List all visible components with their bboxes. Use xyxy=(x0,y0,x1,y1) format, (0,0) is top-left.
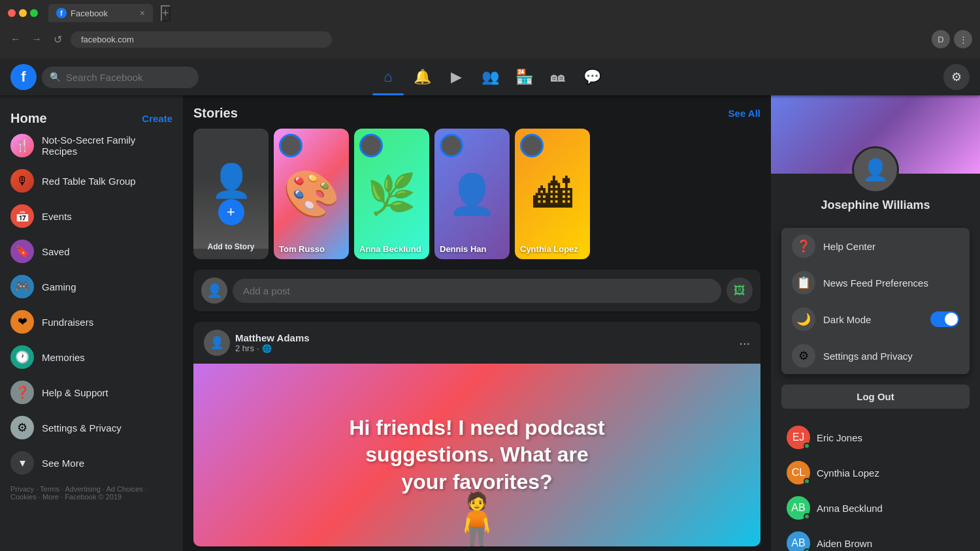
add-story-label: Add to Story xyxy=(193,242,269,251)
nav-friends-btn[interactable]: 👥 xyxy=(474,61,506,93)
sidebar-item-red-table[interactable]: 🎙 Red Table Talk Group xyxy=(5,164,178,198)
nav-notifications-btn[interactable]: 🔔 xyxy=(406,61,438,93)
settings-privacy-item[interactable]: ⚙ Settings and Privacy xyxy=(781,338,970,374)
help-center-label: Help Center xyxy=(823,241,875,252)
friend-item-anna[interactable]: AB Anna Becklund xyxy=(776,491,975,525)
post-author-info: Matthew Adams 2 hrs · 🌐 xyxy=(235,332,734,353)
nav-home-btn[interactable]: ⌂ xyxy=(372,61,404,93)
minimize-window-btn[interactable] xyxy=(19,9,27,17)
nav-messenger-btn[interactable]: 💬 xyxy=(576,61,608,93)
friend-name-aiden: Aiden Brown xyxy=(817,538,872,549)
logout-btn[interactable]: Log Out xyxy=(781,385,970,409)
help-icon: ❓ xyxy=(10,381,34,404)
gaming-icon: 🎮 xyxy=(10,275,34,298)
post-photo-btn[interactable]: 🖼 xyxy=(727,277,753,304)
dark-mode-label: Dark Mode xyxy=(823,314,871,325)
story-tom-name: Tom Russo xyxy=(279,244,344,254)
online-dot-aiden xyxy=(804,548,810,551)
online-dot-eric xyxy=(804,443,810,449)
refresh-btn[interactable]: ↺ xyxy=(50,31,65,47)
recipes-icon: 🍴 xyxy=(10,134,34,157)
profile-avatar[interactable]: 👤 xyxy=(852,146,899,193)
story-tom[interactable]: 🎨 Tom Russo xyxy=(274,129,349,259)
maximize-window-btn[interactable] xyxy=(30,9,38,17)
back-btn[interactable]: ← xyxy=(8,31,24,47)
menu-btn[interactable]: ⋮ xyxy=(954,30,972,48)
friend-item-eric[interactable]: EJ Eric Jones xyxy=(776,420,975,454)
friend-item-cynthia[interactable]: CL Cynthia Lopez xyxy=(776,456,975,490)
post-image-line1: Hi friends! I need podcast suggestions. … xyxy=(349,415,604,496)
nav-watch-btn[interactable]: ▶ xyxy=(440,61,472,93)
add-story-card[interactable]: 👤 + Add to Story xyxy=(193,129,269,259)
search-input[interactable] xyxy=(66,72,191,83)
friend-avatar-anna: AB xyxy=(787,496,810,520)
help-center-icon: ❓ xyxy=(792,234,815,258)
story-cynthia[interactable]: 🏙 Cynthia Lopez xyxy=(515,129,590,259)
post-input[interactable] xyxy=(233,279,721,303)
nav-center: ⌂ 🔔 ▶ 👥 🏪 🏘 💬 xyxy=(372,61,608,93)
dark-mode-item[interactable]: 🌙 Dark Mode xyxy=(781,301,970,338)
friend-avatar-aiden: AB xyxy=(787,531,810,551)
sidebar-help-label: Help & Support xyxy=(42,387,108,398)
new-tab-btn[interactable]: + xyxy=(161,5,171,22)
friend-item-aiden[interactable]: AB Aiden Brown xyxy=(776,526,975,551)
story-anna[interactable]: 🌿 Anna Becklund xyxy=(354,129,429,259)
close-window-btn[interactable] xyxy=(8,9,16,17)
stories-section: Stories See All 👤 + Add to Story xyxy=(193,106,760,259)
create-link[interactable]: Create xyxy=(142,113,172,124)
sidebar-settings-label: Settings & Privacy xyxy=(42,422,122,433)
help-center-item[interactable]: ❓ Help Center xyxy=(781,228,970,264)
dark-mode-toggle[interactable] xyxy=(930,311,959,327)
nav-marketplace-btn[interactable]: 🏪 xyxy=(508,61,540,93)
fb-logo[interactable]: f xyxy=(10,64,37,90)
audience-icon: 🌐 xyxy=(262,344,272,353)
post-more-btn[interactable]: ··· xyxy=(739,336,750,351)
sidebar-item-settings[interactable]: ⚙ Settings & Privacy xyxy=(5,411,178,445)
profile-btn[interactable]: D xyxy=(932,30,950,48)
post-user-avatar: 👤 xyxy=(201,277,227,304)
post-time: 2 hrs xyxy=(235,343,254,353)
sidebar-memories-label: Memories xyxy=(42,352,85,363)
sidebar-item-help[interactable]: ❓ Help & Support xyxy=(5,375,178,409)
see-all-stories-btn[interactable]: See All xyxy=(728,108,760,119)
tab-close-btn[interactable]: × xyxy=(140,8,145,18)
search-box[interactable]: 🔍 xyxy=(42,67,199,88)
sidebar-item-saved[interactable]: 🔖 Saved xyxy=(5,234,178,268)
settings-btn[interactable]: ⚙ xyxy=(943,64,970,90)
stories-row: 👤 + Add to Story 🎨 Tom Russo xyxy=(193,129,760,259)
sidebar-item-fundraisers[interactable]: ❤ Fundraisers xyxy=(5,305,178,339)
news-feed-prefs-label: News Feed Preferences xyxy=(823,277,928,289)
sidebar-item-events[interactable]: 📅 Events xyxy=(5,199,178,233)
see-more-row[interactable]: ▾ See More xyxy=(5,446,178,480)
browser-actions: D ⋮ xyxy=(932,30,972,48)
dropdown-menu: ❓ Help Center 📋 News Feed Preferences 🌙 … xyxy=(781,228,970,374)
story-cynthia-name: Cynthia Lopez xyxy=(520,244,585,254)
right-panel: 👤 Josephine Williams ❓ Help Center 📋 New… xyxy=(771,95,980,551)
nav-right: ⚙ xyxy=(943,64,970,90)
post-header: 👤 Matthew Adams 2 hrs · 🌐 ··· xyxy=(193,322,760,364)
online-dot-cynthia xyxy=(804,478,810,484)
post-image: Hi friends! I need podcast suggestions. … xyxy=(193,364,760,546)
url-input[interactable] xyxy=(71,31,332,48)
see-more-label: See More xyxy=(42,458,84,469)
tab-favicon: f xyxy=(56,8,67,18)
browser-tab[interactable]: f Facebook × xyxy=(48,4,153,22)
main-content: Home Create 🍴 Not-So-Secret Family Recip… xyxy=(0,95,980,551)
forward-btn[interactable]: → xyxy=(29,31,44,47)
sidebar-item-memories[interactable]: 🕐 Memories xyxy=(5,340,178,374)
address-bar: ← → ↺ D ⋮ xyxy=(0,26,980,52)
sidebar-item-recipes[interactable]: 🍴 Not-So-Secret Family Recipes xyxy=(5,129,178,163)
story-dennis[interactable]: 👤 Dennis Han xyxy=(434,129,510,259)
events-icon: 📅 xyxy=(10,204,34,228)
sidebar-item-gaming[interactable]: 🎮 Gaming xyxy=(5,270,178,304)
news-feed-prefs-item[interactable]: 📋 News Feed Preferences xyxy=(781,264,970,301)
left-sidebar: Home Create 🍴 Not-So-Secret Family Recip… xyxy=(0,95,183,551)
story-tom-avatar xyxy=(279,134,302,157)
fundraisers-icon: ❤ xyxy=(10,310,34,334)
sidebar-home-label: Home xyxy=(10,111,47,126)
profile-name: Josephine Williams xyxy=(771,198,980,212)
nav-groups-btn[interactable]: 🏘 xyxy=(542,61,574,93)
top-nav: f 🔍 ⌂ 🔔 ▶ 👥 🏪 🏘 💬 ⚙ xyxy=(0,59,980,95)
post-image-text: Hi friends! I need podcast suggestions. … xyxy=(336,401,617,509)
footer-text: Privacy · Terms · Advertising · Ad Choic… xyxy=(10,485,147,501)
